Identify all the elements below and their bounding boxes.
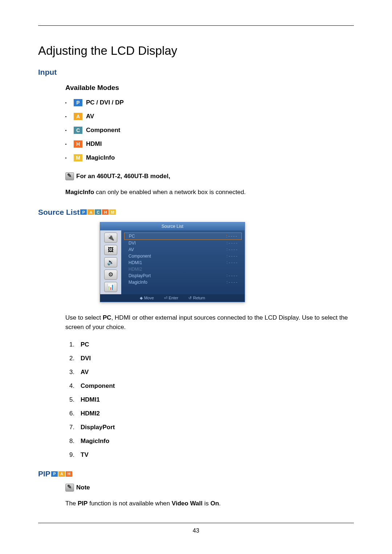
settings-icon: ⚙ [104,270,117,280]
p-icon: P [74,99,82,106]
enter-hint: ⏎ Enter [164,296,178,300]
pip-note-label: Note [65,484,354,492]
list-item: TV [76,451,354,459]
model-note: For an 460UT-2, 460UT-B model, [65,172,354,180]
mode-item: A AV [65,113,354,120]
p-icon: P [51,471,58,477]
mode-item: M MagicInfo [65,154,354,161]
mode-label: AV [86,113,94,120]
available-modes-heading: Available Modes [65,84,354,92]
osd-row: HDMI2 [124,266,242,272]
osd-source-list: PC : - - - - DVI : - - - - AV : - - - - … [121,230,245,294]
page-number: 43 [38,528,354,534]
list-item: DVI [76,355,354,362]
osd-row[interactable]: DisplayPort : - - - - [124,272,242,279]
mode-item: P PC / DVI / DP [65,99,354,106]
h-icon: H [102,209,109,215]
pip-note-text: The PIP function is not available when V… [65,499,354,508]
multi-icon: 📊 [104,282,117,292]
osd-row[interactable]: DVI : - - - - [124,240,242,246]
osd-row[interactable]: AV : - - - - [124,246,242,253]
magicinfo-note-text: MagicInfo can only be enabled when a net… [65,188,354,197]
input-heading: Input [38,68,354,77]
pip-heading: PIP [38,469,50,478]
osd-titlebar: Source List [100,222,245,230]
c-icon: C [95,209,101,215]
osd-panel: Source List 🔌 🖼 🔉 ⚙ 📊 PC : - - - - DVI [100,222,245,302]
source-numbered-list: PC DVI AV Component HDMI1 HDMI2 DisplayP… [76,341,354,459]
list-item: Component [76,382,354,390]
source-list-heading: Source List [38,208,79,217]
osd-row[interactable]: PC : - - - - [124,233,242,240]
mode-label: Component [86,127,120,134]
a-icon: A [87,209,94,215]
mode-item: C Component [65,127,354,134]
note-icon [65,172,74,180]
list-item: HDMI1 [76,396,354,403]
osd-row[interactable]: HDMI1 : - - - - [124,259,242,266]
m-icon: M [74,154,82,161]
available-modes-list: P PC / DVI / DP A AV C Component H HDMI … [65,99,354,161]
list-item: PC [76,341,354,348]
osd-sidebar: 🔌 🖼 🔉 ⚙ 📊 [100,230,121,294]
move-hint: ◆ Move [140,296,154,300]
osd-row[interactable]: Component : - - - - [124,253,242,259]
a-icon: A [74,113,82,120]
osd-row[interactable]: MagicInfo : - - - - [124,279,242,286]
sound-icon: 🔉 [104,257,117,267]
h-icon: H [66,471,72,477]
plug-icon: 🔌 [104,233,117,243]
list-item: AV [76,369,354,376]
a-icon: A [58,471,65,477]
note-icon [65,484,74,492]
list-item: HDMI2 [76,410,354,417]
p-icon: P [80,209,87,215]
page-title: Adjusting the LCD Display [38,44,354,58]
list-item: DisplayPort [76,424,354,431]
list-item: MagicInfo [76,438,354,445]
source-list-description: Use to select PC, HDMI or other external… [65,313,354,332]
h-icon: H [74,140,82,148]
m-icon: M [109,209,116,215]
picture-icon: 🖼 [104,245,117,255]
c-icon: C [74,127,82,134]
osd-footer: ◆ Move ⏎ Enter ↺ Return [100,294,245,302]
mode-label: HDMI [86,140,102,148]
mode-label: PC / DVI / DP [86,99,124,106]
mode-item: H HDMI [65,140,354,148]
return-hint: ↺ Return [188,296,205,300]
mode-label: MagicInfo [86,154,115,161]
